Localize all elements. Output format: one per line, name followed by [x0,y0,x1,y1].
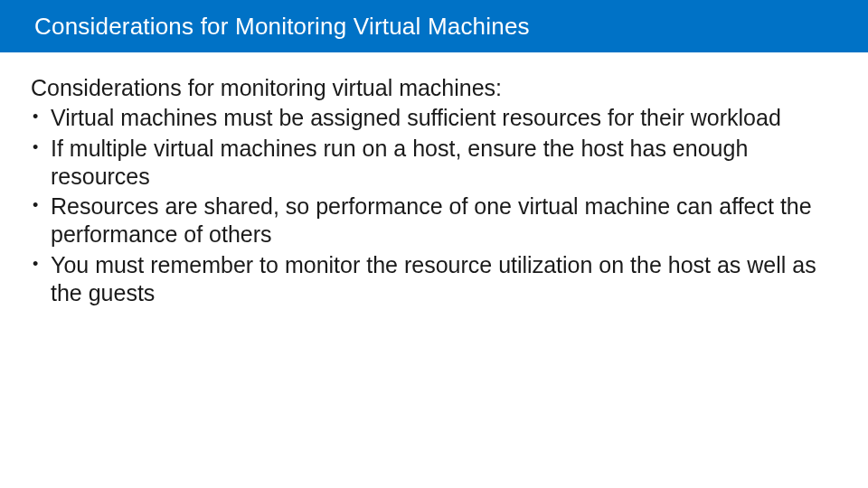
intro-text: Considerations for monitoring virtual ma… [31,74,837,102]
bullet-list: Virtual machines must be assigned suffic… [31,104,837,307]
slide-header: Considerations for Monitoring Virtual Ma… [0,0,868,52]
slide-title: Considerations for Monitoring Virtual Ma… [34,13,530,41]
slide-body: Considerations for monitoring virtual ma… [0,52,868,307]
bullet-item: You must remember to monitor the resourc… [31,251,837,308]
bullet-item: Virtual machines must be assigned suffic… [31,104,837,132]
bullet-item: If multiple virtual machines run on a ho… [31,135,837,192]
bullet-item: Resources are shared, so performance of … [31,192,837,249]
